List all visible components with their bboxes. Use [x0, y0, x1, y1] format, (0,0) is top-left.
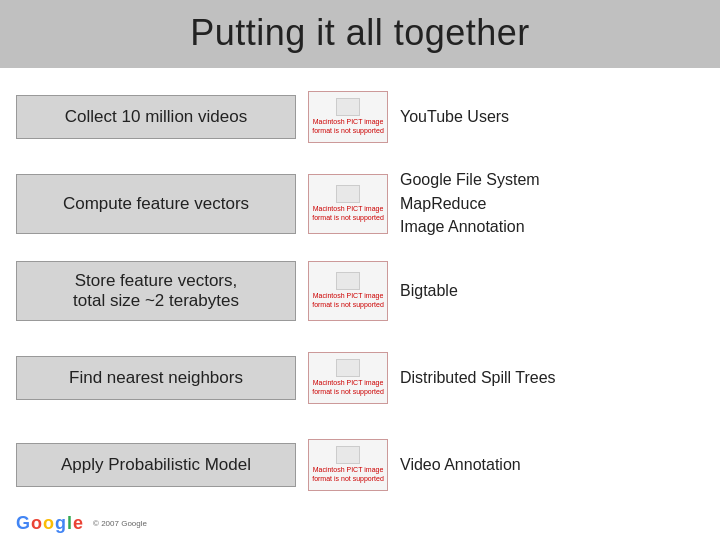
- description-neighbors: Distributed Spill Trees: [400, 367, 704, 389]
- image-probabilistic: Macintosh PICT image format is not suppo…: [308, 439, 388, 491]
- label-neighbors: Find nearest neighbors: [16, 356, 296, 400]
- label-compute: Compute feature vectors: [16, 174, 296, 234]
- img-text-probabilistic: Macintosh PICT image format is not suppo…: [311, 466, 385, 483]
- logo-o1: o: [31, 513, 42, 534]
- img-text-neighbors: Macintosh PICT image format is not suppo…: [311, 379, 385, 396]
- content-area: Collect 10 million videos Macintosh PICT…: [0, 68, 720, 509]
- img-icon-neighbors: [336, 359, 360, 377]
- logo-e: e: [73, 513, 83, 534]
- logo-l: l: [67, 513, 72, 534]
- desc-annotation: Image Annotation: [400, 216, 704, 238]
- footer-subtext: © 2007 Google: [93, 519, 147, 528]
- description-store: Bigtable: [400, 280, 704, 302]
- image-collect: Macintosh PICT image format is not suppo…: [308, 91, 388, 143]
- row-probabilistic: Apply Probabilistic Model Macintosh PICT…: [16, 424, 704, 505]
- row-collect: Collect 10 million videos Macintosh PICT…: [16, 76, 704, 157]
- image-compute: Macintosh PICT image format is not suppo…: [308, 174, 388, 234]
- img-text-compute: Macintosh PICT image format is not suppo…: [311, 205, 385, 222]
- logo-o2: o: [43, 513, 54, 534]
- img-icon-store: [336, 272, 360, 290]
- img-icon-compute: [336, 185, 360, 203]
- description-collect: YouTube Users: [400, 106, 704, 128]
- desc-mapreduce: MapReduce: [400, 193, 704, 215]
- row-compute: Compute feature vectors Macintosh PICT i…: [16, 163, 704, 244]
- footer: Google © 2007 Google: [0, 509, 720, 540]
- row-neighbors: Find nearest neighbors Macintosh PICT im…: [16, 337, 704, 418]
- desc-gfs: Google File System: [400, 169, 704, 191]
- label-collect: Collect 10 million videos: [16, 95, 296, 139]
- logo-g2: g: [55, 513, 66, 534]
- row-store: Store feature vectors, total size ~2 ter…: [16, 250, 704, 331]
- img-text-collect: Macintosh PICT image format is not suppo…: [311, 118, 385, 135]
- image-neighbors: Macintosh PICT image format is not suppo…: [308, 352, 388, 404]
- description-compute: Google File System MapReduce Image Annot…: [400, 169, 704, 238]
- description-probabilistic: Video Annotation: [400, 454, 704, 476]
- image-store: Macintosh PICT image format is not suppo…: [308, 261, 388, 321]
- header: Putting it all together: [0, 0, 720, 68]
- page-title: Putting it all together: [20, 12, 700, 54]
- label-store: Store feature vectors, total size ~2 ter…: [16, 261, 296, 321]
- img-icon-probabilistic: [336, 446, 360, 464]
- google-logo: Google: [16, 513, 83, 534]
- img-text-store: Macintosh PICT image format is not suppo…: [311, 292, 385, 309]
- label-probabilistic: Apply Probabilistic Model: [16, 443, 296, 487]
- logo-g: G: [16, 513, 30, 534]
- img-icon-collect: [336, 98, 360, 116]
- page: Putting it all together Collect 10 milli…: [0, 0, 720, 540]
